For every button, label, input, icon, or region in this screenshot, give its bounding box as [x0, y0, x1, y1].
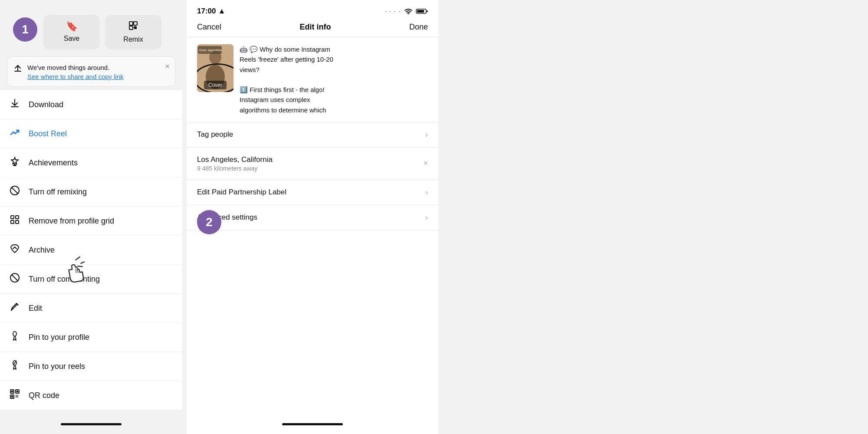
turn-off-remixing-label: Turn off remixing [29, 187, 87, 197]
turn-off-commenting-label: Turn off commenting [29, 275, 100, 284]
svg-rect-14 [11, 391, 13, 392]
status-icons: · · · · [385, 8, 428, 14]
video-thumbnail[interactable]: Dear algorithm Cover [197, 44, 233, 92]
step-1-badge: 1 [13, 17, 37, 42]
svg-rect-8 [11, 220, 14, 224]
archive-icon [9, 243, 21, 256]
step-2-badge: 2 [197, 210, 221, 234]
svg-rect-6 [11, 216, 14, 219]
svg-rect-23 [16, 396, 17, 397]
status-time: 17:00 [197, 7, 225, 16]
svg-line-11 [12, 275, 18, 281]
edit-paid-partnership-label: Edit Paid Partnership Label [197, 188, 286, 197]
svg-marker-30 [220, 9, 224, 13]
turn-off-remixing-icon [9, 185, 21, 198]
archive-label: Archive [29, 246, 55, 255]
svg-rect-34 [417, 10, 424, 13]
svg-point-31 [408, 13, 409, 14]
svg-rect-4 [14, 164, 16, 165]
location-item[interactable]: Los Angeles, California 9 485 kilometers… [187, 148, 438, 180]
boost-reel-label: Boost Reel [29, 129, 67, 138]
banner-close-icon[interactable]: × [165, 62, 170, 71]
menu-item-turn-off-commenting[interactable]: Turn off commenting [0, 265, 182, 294]
menu-list: Download Boost Reel Achievements [0, 90, 182, 410]
done-button[interactable]: Done [409, 23, 428, 32]
signal-dots: · · · · [385, 8, 401, 14]
tag-people-item[interactable]: Tag people › [187, 122, 438, 148]
save-button[interactable]: 🔖 Save [43, 15, 100, 49]
svg-text:Dear algorithm: Dear algorithm [199, 48, 222, 52]
menu-item-pin-to-profile[interactable]: Pin to your profile [0, 323, 182, 352]
turn-off-commenting-icon [9, 273, 21, 286]
download-icon [9, 98, 21, 111]
location-sublabel: 9 485 kilometers away [197, 165, 273, 172]
edit-label: Edit [29, 304, 42, 313]
banner-text: We've moved things around. [27, 64, 109, 71]
svg-rect-21 [16, 397, 16, 398]
settings-list: Tag people › Los Angeles, California 9 4… [187, 122, 438, 230]
right-panel: 17:00 · · · · Cancel Edit info Done [187, 0, 438, 434]
svg-rect-0 [129, 22, 133, 25]
preview-text-block: 🤖 💬 Why do some Instagram Reels 'freeze'… [240, 44, 428, 115]
share-icon [13, 64, 22, 75]
preview-line-6: algorithms to determine which [240, 105, 428, 115]
qr-code-label: QR code [29, 391, 59, 400]
download-label: Download [29, 100, 63, 109]
menu-item-remove-profile-grid[interactable]: Remove from profile grid [0, 207, 182, 236]
wifi-icon [404, 8, 412, 14]
save-label: Save [64, 35, 79, 43]
location-label: Los Angeles, California [197, 155, 273, 164]
battery-icon [416, 8, 428, 14]
edit-icon [9, 302, 21, 315]
svg-rect-2 [129, 26, 133, 30]
svg-rect-18 [11, 396, 13, 398]
menu-item-boost-reel[interactable]: Boost Reel [0, 119, 182, 148]
nav-bar: Cancel Edit info Done [187, 19, 438, 37]
svg-rect-7 [16, 216, 19, 219]
svg-rect-1 [134, 22, 137, 25]
left-panel: 1 🔖 Save Remix [0, 0, 182, 434]
achievements-label: Achievements [29, 158, 78, 168]
svg-rect-3 [13, 165, 16, 166]
menu-item-achievements[interactable]: Achievements [0, 148, 182, 178]
svg-rect-19 [16, 395, 16, 396]
cover-label: Cover [204, 81, 227, 89]
preview-line-1: 🤖 💬 Why do some Instagram [240, 44, 428, 54]
menu-item-download[interactable]: Download [0, 90, 182, 119]
menu-item-qr-code[interactable]: QR code [0, 381, 182, 410]
svg-rect-20 [17, 395, 18, 396]
menu-item-edit[interactable]: Edit [0, 294, 182, 323]
moved-banner: We've moved things around. See where to … [7, 56, 175, 87]
remove-profile-grid-icon [9, 214, 21, 227]
menu-item-archive[interactable]: Archive [0, 236, 182, 265]
svg-rect-16 [16, 391, 18, 392]
remix-label: Remix [123, 36, 143, 43]
edit-info-title: Edit info [300, 23, 331, 32]
cancel-button[interactable]: Cancel [197, 23, 221, 32]
svg-rect-9 [16, 220, 19, 224]
content-preview: Dear algorithm Cover 🤖 💬 Why do some Ins… [187, 37, 438, 122]
tag-people-label: Tag people [197, 130, 233, 139]
edit-paid-partnership-item[interactable]: Edit Paid Partnership Label › [187, 180, 438, 205]
svg-rect-22 [17, 397, 18, 398]
paid-partnership-chevron-icon: › [425, 188, 428, 197]
qr-code-icon [9, 389, 21, 402]
banner-link[interactable]: See where to share and copy link [27, 73, 124, 80]
pin-profile-icon [9, 331, 21, 344]
preview-line-4: 1️⃣ First things first - the algo! [240, 85, 428, 95]
achievements-icon [9, 156, 21, 169]
pin-to-profile-label: Pin to your profile [29, 333, 89, 342]
advanced-settings-item[interactable]: Advanced settings › [187, 205, 438, 230]
home-indicator-left [61, 423, 122, 425]
boost-reel-icon [9, 127, 21, 140]
preview-line-5: Instagram uses complex [240, 95, 428, 105]
tag-people-chevron-icon: › [425, 130, 428, 139]
svg-rect-33 [427, 10, 428, 12]
menu-item-pin-to-reels[interactable]: Pin to your reels [0, 352, 182, 381]
status-bar: 17:00 · · · · [187, 0, 438, 19]
location-remove-icon[interactable]: × [423, 159, 428, 168]
preview-line-2: Reels 'freeze' after getting 10-20 [240, 54, 428, 64]
menu-item-turn-off-remixing[interactable]: Turn off remixing [0, 178, 182, 207]
advanced-settings-chevron-icon: › [425, 213, 428, 222]
remix-button[interactable]: Remix [105, 15, 161, 49]
